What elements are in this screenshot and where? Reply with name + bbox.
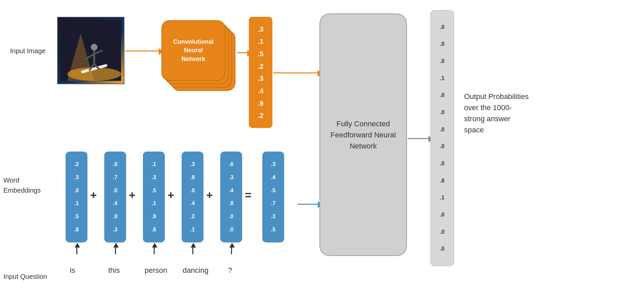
ov-12: .0 xyxy=(440,212,444,218)
fv-8: .2 xyxy=(258,112,264,119)
output-prob-label: Output Probabilities over the 1000-stron… xyxy=(464,91,531,135)
ov-2: .0 xyxy=(440,41,444,47)
ov-14: .0 xyxy=(440,246,444,252)
ov-10: .8 xyxy=(440,178,444,184)
fc-label: Fully Connected Feedforward Neural Netwo… xyxy=(331,118,396,152)
word-this: this xyxy=(108,266,120,275)
arrow-up-is xyxy=(76,248,77,254)
input-question-label: Input Question xyxy=(3,273,47,281)
arrow-embed-to-fc xyxy=(298,204,318,205)
ov-4: .1 xyxy=(440,75,444,82)
fv-6: .4 xyxy=(258,88,264,94)
feature-vector-orange: .3 .1 .5 .2 .3 .4 .9 .2 xyxy=(249,17,272,128)
arrow-fc-to-output xyxy=(408,138,428,139)
arrow-up-person xyxy=(154,248,155,254)
arrow-image-to-cnn xyxy=(125,51,159,52)
word-person: person xyxy=(145,266,167,275)
output-vector: .0 .0 .0 .1 .0 .0 .0 .0 .0 .8 .1 .0 .0 .… xyxy=(430,10,454,266)
cnn-label: Convolutional Neural Network xyxy=(173,38,214,63)
word-question-mark: ? xyxy=(228,266,232,275)
ov-13: .0 xyxy=(440,229,444,235)
op-equals: = xyxy=(245,189,252,202)
fv-4: .2 xyxy=(258,63,264,70)
word-embeddings-label: Word Embeddings xyxy=(3,175,41,195)
ov-5: .0 xyxy=(440,92,444,98)
ov-7: .0 xyxy=(440,127,444,133)
op-plus-3: + xyxy=(167,189,174,202)
cnn-card-front: Convolutional Neural Network xyxy=(161,20,225,81)
arrow-cnn-to-feat xyxy=(237,52,247,53)
ov-9: .0 xyxy=(440,161,444,167)
input-image-box xyxy=(57,17,124,84)
ov-11: .1 xyxy=(440,195,444,201)
fc-box: Fully Connected Feedforward Neural Netwo… xyxy=(319,13,407,256)
diagram: Input Image Co xyxy=(0,0,644,293)
embed-col-person: .1 .3 .5 .1 .9 .6 xyxy=(143,152,165,242)
embed-col-question: .6 .3 .4 .8 .0 .0 xyxy=(220,152,242,242)
embed-col-dancing: .3 .8 .0 .4 .2 .1 xyxy=(182,152,203,242)
fv-3: .5 xyxy=(258,51,264,57)
ov-6: .0 xyxy=(440,109,444,116)
ov-3: .0 xyxy=(440,58,444,64)
fv-5: .3 xyxy=(258,75,264,82)
fv-2: .1 xyxy=(258,38,264,45)
embed-col-this: .0 .7 .0 .4 .0 .3 xyxy=(104,152,126,242)
svg-point-5 xyxy=(91,44,98,51)
fv-1: .3 xyxy=(258,26,264,33)
arrow-feat-to-fc xyxy=(273,72,317,73)
op-plus-1: + xyxy=(90,189,97,202)
arrow-up-question xyxy=(231,248,232,254)
word-is: Is xyxy=(70,266,75,275)
op-plus-2: + xyxy=(129,189,136,202)
ov-1: .0 xyxy=(440,24,444,30)
ov-8: .0 xyxy=(440,143,444,150)
fv-7: .9 xyxy=(258,100,264,107)
input-image-label: Input Image xyxy=(10,47,46,55)
embed-col-is: .2 .3 .0 .1 .5 .8 xyxy=(66,152,87,242)
arrow-up-this xyxy=(115,248,116,254)
word-dancing: dancing xyxy=(183,266,209,275)
combined-embed-vec: .3 .4 .5 .7 .3 .5 xyxy=(262,152,284,242)
cnn-stack: Convolutional Neural Network xyxy=(161,20,235,94)
arrow-up-dancing xyxy=(192,248,193,254)
op-plus-4: + xyxy=(206,189,213,202)
